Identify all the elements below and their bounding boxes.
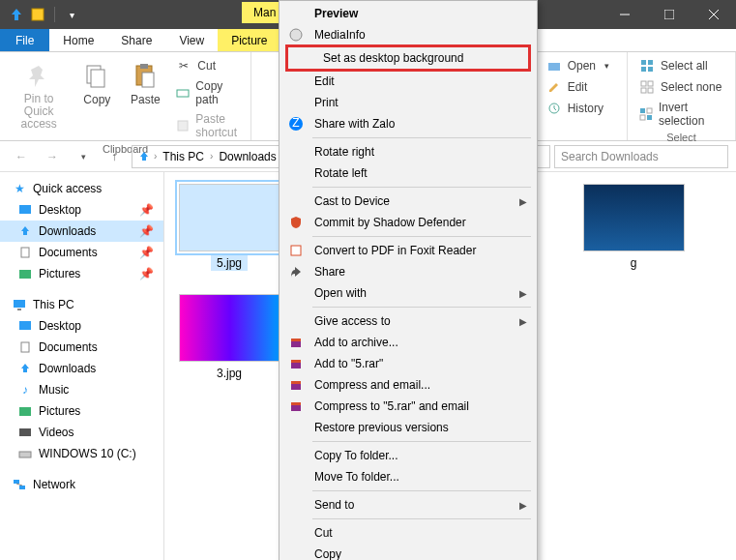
menu-mediainfo[interactable]: MediaInfo xyxy=(280,24,537,45)
open-button[interactable]: Open▾ xyxy=(543,56,613,75)
sidebar-item-documents[interactable]: Documents📌 xyxy=(0,242,163,263)
menu-compress-5rar-email[interactable]: Compress to "5.rar" and email xyxy=(280,396,537,417)
menu-give-access-to[interactable]: Give access to▶ xyxy=(280,310,537,332)
svg-rect-2 xyxy=(664,10,674,19)
tab-file[interactable]: File xyxy=(0,29,49,51)
qat-save-icon[interactable] xyxy=(29,6,46,23)
svg-rect-22 xyxy=(640,108,645,113)
open-icon xyxy=(546,58,562,74)
svg-rect-35 xyxy=(19,452,31,457)
recent-locations-button[interactable]: ▾ xyxy=(70,145,97,168)
history-button[interactable]: History xyxy=(543,99,613,118)
select-all-label: Select all xyxy=(661,59,708,73)
sidebar-item-downloads[interactable]: Downloads📌 xyxy=(0,221,163,242)
search-input[interactable]: Search Downloads xyxy=(554,145,728,168)
menu-set-desktop-background[interactable]: Set as desktop background xyxy=(288,47,528,69)
svg-rect-44 xyxy=(291,339,301,341)
menu-rotate-right[interactable]: Rotate right xyxy=(280,141,537,162)
cut-button[interactable]: ✂Cut xyxy=(172,56,243,75)
menu-cast-to-device[interactable]: Cast to Device▶ xyxy=(280,191,537,212)
copy-label: Copy xyxy=(83,93,110,106)
breadcrumb-this-pc[interactable]: This PC xyxy=(159,150,208,163)
sidebar-item-documents2[interactable]: Documents xyxy=(0,337,163,358)
back-button[interactable]: ← xyxy=(8,145,35,168)
menu-preview[interactable]: Preview xyxy=(280,3,537,24)
select-none-button[interactable]: Select none xyxy=(635,77,727,97)
menu-move-to-folder[interactable]: Move To folder... xyxy=(280,466,537,487)
sidebar-item-windows-c[interactable]: WINDOWS 10 (C:) xyxy=(0,443,163,464)
menu-open-with[interactable]: Open with▶ xyxy=(280,282,537,304)
chevron-right-icon[interactable]: › xyxy=(154,151,157,162)
qat-dropdown-icon[interactable]: ▾ xyxy=(63,6,80,23)
music-icon: ♪ xyxy=(17,382,33,398)
menu-copy[interactable]: Copy xyxy=(280,544,537,560)
sidebar-quick-access[interactable]: ★Quick access xyxy=(0,178,163,199)
pin-icon: 📌 xyxy=(139,246,154,259)
file-item-3jpg[interactable]: 3.jpg xyxy=(176,294,282,391)
copy-button[interactable]: Copy xyxy=(75,56,118,110)
svg-rect-16 xyxy=(641,67,646,72)
file-label: 3.jpg xyxy=(211,366,248,381)
paste-button[interactable]: Paste xyxy=(124,56,166,110)
sidebar-network[interactable]: Network xyxy=(0,474,163,495)
sidebar-item-music[interactable]: ♪Music xyxy=(0,379,163,400)
svg-rect-33 xyxy=(19,407,31,416)
history-icon xyxy=(546,101,562,116)
paste-label: Paste xyxy=(131,93,161,106)
tab-home[interactable]: Home xyxy=(49,29,107,51)
open-label: Open xyxy=(568,59,596,73)
file-item-5jpg[interactable]: 5.jpg xyxy=(176,184,282,271)
invert-label: Invert selection xyxy=(659,101,723,128)
tab-view[interactable]: View xyxy=(165,29,218,51)
menu-compress-email[interactable]: Compress and email... xyxy=(280,374,537,396)
maximize-button[interactable] xyxy=(647,0,692,29)
edit-button[interactable]: Edit xyxy=(543,77,613,97)
menu-cut[interactable]: Cut xyxy=(280,522,537,544)
thumbnail-image xyxy=(179,294,280,362)
pictures-icon xyxy=(17,403,33,419)
videos-icon xyxy=(17,425,33,440)
copy-path-label: Copy path xyxy=(195,79,239,106)
menu-restore-previous[interactable]: Restore previous versions xyxy=(280,417,537,438)
sidebar-item-pictures2[interactable]: Pictures xyxy=(0,400,163,422)
breadcrumb-downloads[interactable]: Downloads xyxy=(215,150,280,163)
sidebar-item-downloads2[interactable]: Downloads xyxy=(0,358,163,379)
menu-add-to-archive[interactable]: Add to archive... xyxy=(280,332,537,353)
menu-add-to-5rar[interactable]: Add to "5.rar" xyxy=(280,353,537,374)
menu-shadow-defender[interactable]: Commit by Shadow Defender xyxy=(280,212,537,233)
invert-selection-button[interactable]: Invert selection xyxy=(635,99,727,130)
menu-edit[interactable]: Edit xyxy=(280,71,537,92)
svg-rect-12 xyxy=(548,63,560,71)
menu-send-to[interactable]: Send to▶ xyxy=(280,494,537,516)
menu-copy-to-folder[interactable]: Copy To folder... xyxy=(280,445,537,466)
copy-path-button[interactable]: Copy path xyxy=(172,77,243,108)
svg-rect-17 xyxy=(648,67,653,72)
up-button[interactable]: ↑ xyxy=(101,145,128,168)
chevron-right-icon[interactable]: › xyxy=(210,151,213,162)
tab-picture-tools[interactable]: Picture xyxy=(218,29,280,51)
desktop-icon xyxy=(17,318,33,334)
menu-share[interactable]: Share xyxy=(280,261,537,282)
menu-print[interactable]: Print xyxy=(280,92,537,113)
file-item-partial[interactable]: g xyxy=(580,184,687,271)
menu-rotate-left[interactable]: Rotate left xyxy=(280,162,537,184)
documents-icon xyxy=(17,339,33,355)
menu-separator xyxy=(312,137,531,138)
forward-button[interactable]: → xyxy=(39,145,66,168)
menu-separator xyxy=(312,236,531,237)
minimize-button[interactable] xyxy=(603,0,647,29)
paste-shortcut-label: Paste shortcut xyxy=(195,112,239,139)
paste-shortcut-button[interactable]: Paste shortcut xyxy=(172,110,243,141)
sidebar-item-desktop[interactable]: Desktop📌 xyxy=(0,199,163,221)
close-button[interactable] xyxy=(692,0,736,29)
sidebar-item-desktop2[interactable]: Desktop xyxy=(0,315,163,337)
menu-separator xyxy=(312,490,531,491)
sidebar-item-pictures[interactable]: Pictures📌 xyxy=(0,263,163,284)
sidebar-this-pc[interactable]: This PC xyxy=(0,294,163,315)
tab-share[interactable]: Share xyxy=(107,29,165,51)
menu-convert-pdf[interactable]: Convert to PDF in Foxit Reader xyxy=(280,240,537,261)
menu-share-zalo[interactable]: ZShare with Zalo xyxy=(280,113,537,134)
select-all-button[interactable]: Select all xyxy=(635,56,727,75)
sidebar-item-videos[interactable]: Videos xyxy=(0,422,163,443)
pin-to-quick-access-button[interactable]: Pin to Quick access xyxy=(8,56,70,135)
